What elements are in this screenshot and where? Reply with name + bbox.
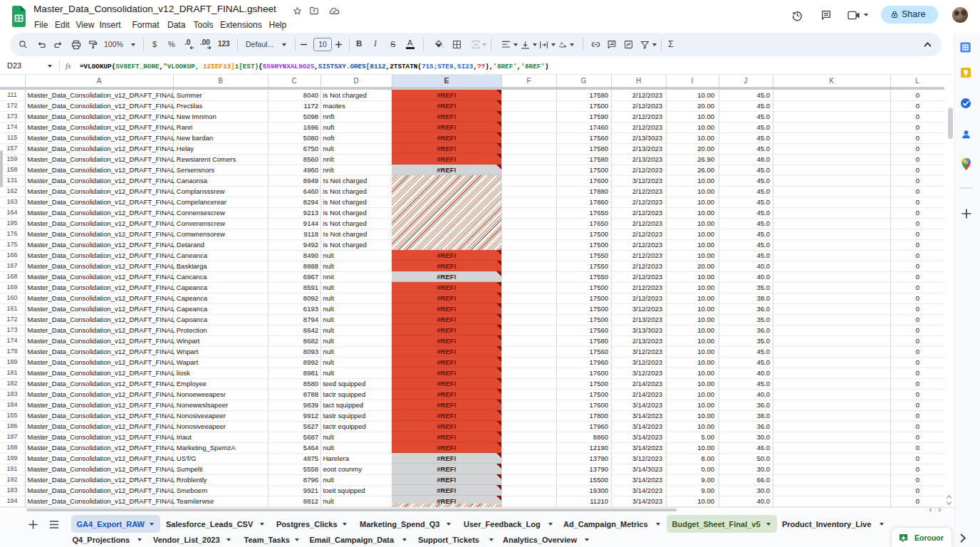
svg-text:A: A — [561, 41, 563, 46]
